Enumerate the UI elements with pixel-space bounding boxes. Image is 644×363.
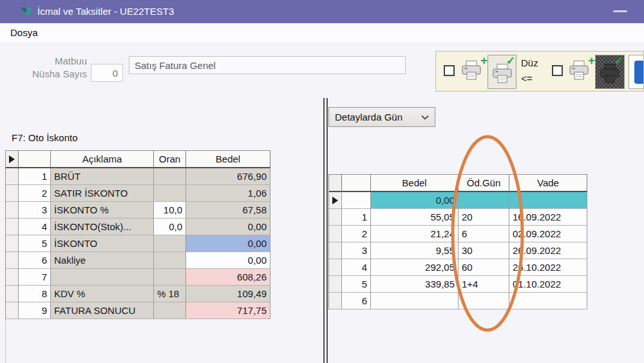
row-number: 1 bbox=[19, 168, 51, 185]
row-number: 8 bbox=[19, 286, 51, 302]
cell-aciklama[interactable]: İSKONTO % bbox=[51, 202, 154, 219]
row-number: 6 bbox=[19, 252, 51, 269]
cell-bedel[interactable]: 21,24 bbox=[371, 226, 459, 242]
printer-add-button-1[interactable]: + bbox=[460, 60, 484, 83]
detaylarda-gun-dropdown[interactable]: Detaylarda Gün bbox=[328, 107, 435, 127]
cell-oran[interactable] bbox=[154, 302, 186, 319]
cell-bedel[interactable]: 676,90 bbox=[186, 168, 270, 185]
printer-icon bbox=[568, 60, 590, 81]
cell-bedel[interactable]: 0,00 bbox=[186, 219, 270, 235]
cell-bedel-selected[interactable]: 0,00 bbox=[371, 192, 459, 209]
row-marker-cell bbox=[329, 242, 342, 259]
cell-oran[interactable] bbox=[154, 185, 186, 202]
cell-odgun-selected[interactable] bbox=[459, 192, 509, 209]
row-marker-cell bbox=[6, 252, 19, 269]
row-marker-cell bbox=[6, 235, 19, 252]
panel-splitter[interactable] bbox=[323, 98, 328, 363]
printer-icon bbox=[460, 60, 482, 81]
printer-add-button-2[interactable]: + bbox=[568, 60, 591, 83]
row-marker-icon bbox=[9, 155, 15, 163]
cell-bedel[interactable]: 608,26 bbox=[186, 269, 270, 286]
cell-vade[interactable]: 26.09.2022 bbox=[509, 242, 587, 259]
cell-bedel[interactable]: 109,49 bbox=[186, 286, 270, 302]
row-marker-cell bbox=[6, 185, 19, 202]
taksitler-table: Bedel Öd.Gün Vade 0,00 1 55,05 20 16.09.… bbox=[328, 174, 587, 309]
menu-bar: Dosya bbox=[0, 23, 644, 43]
cell-odgun[interactable]: 1+4 bbox=[459, 276, 509, 293]
oto-iskonto-title: F7: Oto İskonto bbox=[12, 132, 78, 143]
current-row-marker-cell bbox=[329, 192, 342, 209]
cell-oran[interactable] bbox=[154, 252, 186, 269]
col-header-vade: Vade bbox=[509, 175, 587, 192]
cell-vade[interactable]: 26.10.2022 bbox=[509, 259, 587, 276]
cell-vade[interactable]: 16.09.2022 bbox=[509, 209, 587, 226]
plus-badge-icon: + bbox=[588, 54, 595, 68]
cell-odgun[interactable]: 6 bbox=[459, 226, 509, 242]
cell-oran[interactable]: % 18 bbox=[154, 286, 186, 302]
cell-oran[interactable]: 0,0 bbox=[154, 219, 186, 235]
row-number: 2 bbox=[342, 226, 371, 242]
row-number: 9 bbox=[19, 302, 51, 319]
print-selected-button[interactable]: ✓ bbox=[488, 55, 516, 89]
cell-oran[interactable] bbox=[154, 269, 186, 286]
cell-odgun[interactable]: 20 bbox=[459, 209, 509, 226]
cell-aciklama[interactable]: Nakliye bbox=[51, 252, 154, 269]
fatura-genel-field[interactable] bbox=[129, 56, 406, 74]
cell-aciklama[interactable]: SATIR İSKONTO bbox=[51, 185, 154, 202]
row-number bbox=[342, 192, 371, 209]
cell-bedel[interactable]: 717,75 bbox=[186, 302, 270, 319]
row-marker-cell bbox=[6, 302, 19, 319]
cell-oran[interactable]: 10,0 bbox=[154, 202, 186, 219]
row-number: 4 bbox=[19, 219, 51, 235]
cell-aciklama[interactable]: BRÜT bbox=[51, 168, 154, 185]
cell-bedel[interactable]: 55,05 bbox=[371, 209, 459, 226]
cell-vade-selected[interactable] bbox=[509, 192, 587, 209]
panel-edge-line bbox=[5, 319, 6, 363]
oto-iskonto-table: Açıklama Oran Bedel 1 BRÜT 676,90 2 SATI… bbox=[5, 150, 270, 319]
cell-aciklama[interactable]: FATURA SONUCU bbox=[51, 302, 154, 319]
row-number: 5 bbox=[342, 276, 371, 293]
cell-vade[interactable]: 02.09.2022 bbox=[509, 226, 587, 242]
col-header-aciklama: Açıklama bbox=[51, 151, 154, 168]
cell-oran[interactable] bbox=[154, 235, 186, 252]
cell-aciklama[interactable]: KDV % bbox=[51, 286, 154, 302]
col-header-bedel: Bedel bbox=[371, 175, 459, 192]
dropdown-value: Detaylarda Gün bbox=[335, 112, 402, 123]
cell-bedel[interactable]: 9,55 bbox=[371, 242, 459, 259]
cell-bedel[interactable]: 0,00 bbox=[186, 252, 270, 269]
matbuu-nusha-input[interactable] bbox=[91, 64, 123, 82]
cell-aciklama[interactable]: İSKONTO bbox=[51, 235, 154, 252]
cell-aciklama[interactable]: İSKONTO(Stok)... bbox=[51, 219, 154, 235]
row-marker-cell bbox=[6, 168, 19, 185]
cell-odgun[interactable]: 30 bbox=[459, 242, 509, 259]
print-checkbox-1[interactable] bbox=[444, 65, 455, 76]
print-disabled-button[interactable]: ✓ bbox=[595, 55, 625, 89]
cell-vade[interactable] bbox=[509, 293, 587, 309]
cell-bedel[interactable]: 339,85 bbox=[371, 276, 459, 293]
cell-bedel-selected[interactable]: 0,00 bbox=[186, 235, 270, 252]
duz-label: Düz <= bbox=[521, 55, 538, 86]
col-header-odgun: Öd.Gün bbox=[459, 175, 509, 192]
col-header-bedel: Bedel bbox=[186, 151, 270, 168]
row-number: 1 bbox=[342, 209, 371, 226]
cell-bedel[interactable]: 67,58 bbox=[186, 202, 270, 219]
col-header-rownum bbox=[19, 151, 51, 168]
current-row-marker-cell bbox=[6, 151, 19, 168]
menu-item-dosya[interactable]: Dosya bbox=[10, 23, 38, 43]
partial-button[interactable] bbox=[629, 55, 644, 89]
cell-odgun[interactable]: 60 bbox=[459, 259, 509, 276]
minimize-button[interactable] bbox=[613, 10, 627, 12]
matbuu-nusha-label: Matbuu Nüsha Sayıs bbox=[13, 55, 87, 81]
cell-bedel[interactable]: 1,06 bbox=[186, 185, 270, 202]
row-marker-cell bbox=[329, 276, 342, 293]
cell-vade[interactable]: 01.10.2022 bbox=[509, 276, 587, 293]
cell-bedel[interactable] bbox=[371, 293, 459, 309]
cell-odgun[interactable] bbox=[459, 293, 509, 309]
cell-bedel[interactable]: 292,05 bbox=[371, 259, 459, 276]
row-marker-cell bbox=[6, 286, 19, 302]
print-checkbox-2[interactable] bbox=[552, 65, 563, 76]
cell-aciklama[interactable] bbox=[51, 269, 154, 286]
cell-oran[interactable] bbox=[154, 168, 186, 185]
matbuu-label-line2: Nüsha Sayıs bbox=[13, 68, 87, 81]
row-marker-cell bbox=[329, 209, 342, 226]
